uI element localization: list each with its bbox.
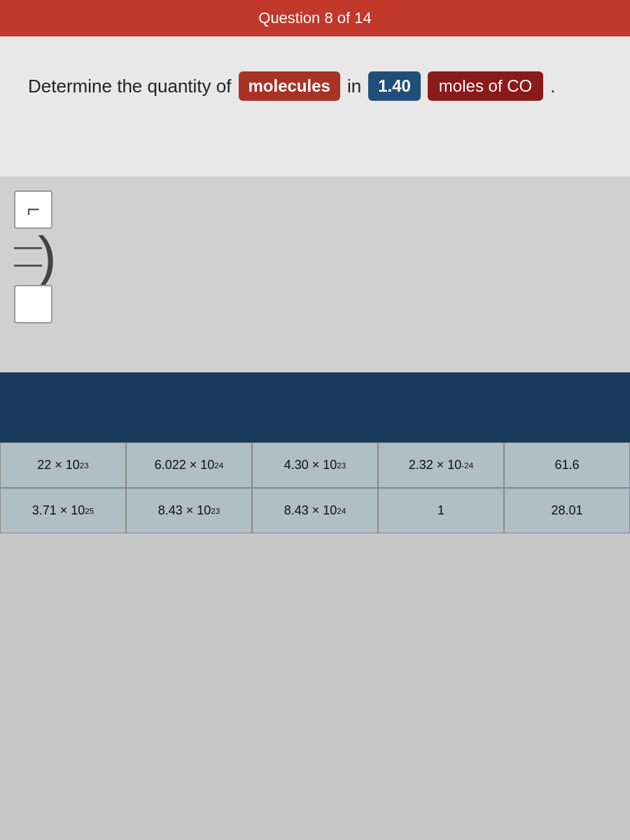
tile-row2-col5[interactable]: 28.01 [504,488,630,533]
moles-co-pill[interactable]: moles of CO [428,71,543,101]
top-bar: Question 8 of 14 [0,0,630,36]
question-period: . [550,74,555,99]
workspace-area: ⌐ ) OR ANSWER RE = [0,176,630,442]
tiles-section: 22 × 1023 6.022 × 1024 4.30 × 1023 2.32 … [0,442,630,533]
tile-row1-col1[interactable]: 22 × 1023 [0,442,126,488]
bracket-box-top: ⌐ [14,190,52,229]
bracket-container: ⌐ ) [14,190,57,323]
question-area: Determine the quantity of molecules in 1… [0,36,630,176]
question-in: in [347,74,361,99]
tile-row2-col4[interactable]: 1 [378,488,504,533]
tile-row2-col1[interactable]: 3.71 × 1025 [0,488,126,533]
tiles-row-1: 22 × 1023 6.022 × 1024 4.30 × 1023 2.32 … [0,442,630,488]
molecules-pill[interactable]: molecules [239,71,340,101]
dark-panel [0,372,630,442]
tile-row1-col5[interactable]: 61.6 [504,442,630,488]
question-text: Determine the quantity of molecules in 1… [28,71,602,101]
tiles-row-2: 3.71 × 1025 8.43 × 1023 8.43 × 1024 1 28… [0,488,630,533]
tile-row2-col3[interactable]: 8.43 × 1024 [252,488,378,533]
tile-row1-col2[interactable]: 6.022 × 1024 [126,442,252,488]
question-progress: Question 8 of 14 [258,9,371,27]
tile-row2-col2[interactable]: 8.43 × 1023 [126,488,252,533]
question-prefix: Determine the quantity of [28,74,232,99]
tile-row1-col4[interactable]: 2.32 × 10-24 [378,442,504,488]
value-pill[interactable]: 1.40 [368,71,421,101]
tile-row1-col3[interactable]: 4.30 × 1023 [252,442,378,488]
bracket-box-bottom [14,285,52,323]
